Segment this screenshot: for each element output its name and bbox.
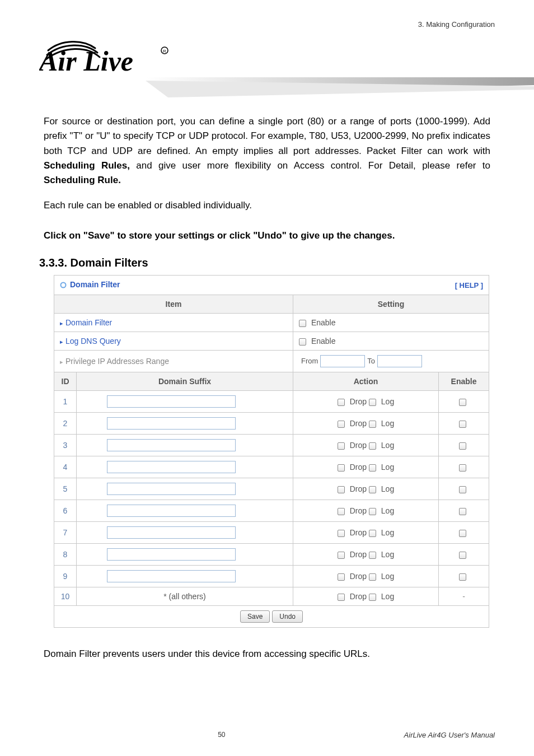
suffix-input[interactable] xyxy=(107,417,236,430)
drop-checkbox[interactable] xyxy=(338,530,345,537)
row-id: 2 xyxy=(54,412,77,434)
log-checkbox[interactable] xyxy=(369,508,376,515)
suffix-input[interactable] xyxy=(107,526,236,539)
paragraph-bottom: Domain Filter prevents users under this … xyxy=(39,647,495,661)
table-title: Domain Filter xyxy=(60,280,120,289)
log-label: Log xyxy=(379,441,394,450)
undo-button[interactable]: Undo xyxy=(272,610,303,623)
log-label: Log xyxy=(379,572,394,581)
row-id: 9 xyxy=(54,565,77,587)
log-checkbox[interactable] xyxy=(369,399,376,406)
log-label: Log xyxy=(379,550,394,559)
suffix-input[interactable] xyxy=(107,548,236,561)
drop-label: Drop xyxy=(348,441,369,450)
row-enable-checkbox[interactable] xyxy=(459,508,466,515)
drop-label: Drop xyxy=(348,397,369,406)
drop-label: Drop xyxy=(348,572,369,581)
manual-title: AirLive Air4G User's Manual xyxy=(404,731,495,739)
row-id: 10 xyxy=(54,587,77,605)
svg-text:Air Live: Air Live xyxy=(39,45,133,73)
log-label: Log xyxy=(379,592,394,601)
col-head-item: Item xyxy=(54,295,293,313)
suffix-input[interactable] xyxy=(107,395,236,408)
drop-checkbox[interactable] xyxy=(338,573,345,581)
drop-label: Drop xyxy=(348,592,369,601)
setting-label: ▸Privilege IP Addresses Range xyxy=(54,350,293,372)
row-enable-checkbox[interactable] xyxy=(459,552,466,559)
log-checkbox[interactable] xyxy=(369,573,376,581)
row-id: 4 xyxy=(54,456,77,478)
log-label: Log xyxy=(379,528,394,537)
row-enable-checkbox[interactable] xyxy=(459,486,466,493)
drop-label: Drop xyxy=(348,419,369,428)
enable-checkbox[interactable] xyxy=(299,338,306,346)
suffix-input[interactable] xyxy=(107,461,236,473)
drop-checkbox[interactable] xyxy=(338,594,345,601)
col-head-id: ID xyxy=(54,372,77,390)
suffix-input[interactable] xyxy=(107,483,236,495)
drop-label: Drop xyxy=(348,484,369,493)
log-label: Log xyxy=(379,419,394,428)
brand-logo: Air Live R xyxy=(39,25,495,75)
log-label: Log xyxy=(379,484,394,493)
header-breadcrumb: 3. Making Configuration xyxy=(418,20,495,29)
drop-checkbox[interactable] xyxy=(338,552,345,559)
log-checkbox[interactable] xyxy=(369,464,376,472)
enable-static: - xyxy=(439,587,489,605)
save-button[interactable]: Save xyxy=(240,610,270,623)
suffix-input[interactable] xyxy=(107,505,236,517)
svg-marker-3 xyxy=(146,77,534,94)
svg-text:R: R xyxy=(163,49,166,54)
svg-marker-4 xyxy=(146,81,534,97)
to-input[interactable] xyxy=(377,355,422,367)
help-link[interactable]: [ HELP ] xyxy=(455,281,483,290)
row-enable-checkbox[interactable] xyxy=(459,442,466,450)
log-checkbox[interactable] xyxy=(369,530,376,537)
row-id: 6 xyxy=(54,500,77,521)
drop-checkbox[interactable] xyxy=(338,421,345,428)
enable-label: Enable xyxy=(309,318,335,327)
log-checkbox[interactable] xyxy=(369,594,376,601)
row-enable-checkbox[interactable] xyxy=(459,399,466,406)
col-head-enable: Enable xyxy=(439,372,489,390)
row-id: 1 xyxy=(54,390,77,412)
from-input[interactable] xyxy=(320,355,365,367)
col-head-action: Action xyxy=(293,372,439,390)
drop-label: Drop xyxy=(348,506,369,515)
row-enable-checkbox[interactable] xyxy=(459,421,466,428)
drop-checkbox[interactable] xyxy=(338,399,345,406)
log-checkbox[interactable] xyxy=(369,486,376,493)
drop-checkbox[interactable] xyxy=(338,486,345,493)
page-number: 50 xyxy=(39,731,404,739)
row-id: 8 xyxy=(54,543,77,565)
row-enable-checkbox[interactable] xyxy=(459,464,466,472)
row-enable-checkbox[interactable] xyxy=(459,530,466,537)
log-label: Log xyxy=(379,397,394,406)
log-label: Log xyxy=(379,463,394,472)
row-enable-checkbox[interactable] xyxy=(459,573,466,581)
suffix-input[interactable] xyxy=(107,439,236,451)
drop-label: Drop xyxy=(348,528,369,537)
paragraph-2: Each rule can be enabled or disabled ind… xyxy=(39,198,495,213)
setting-label: ▸Log DNS Query xyxy=(54,332,293,350)
col-head-setting: Setting xyxy=(293,295,489,313)
enable-label: Enable xyxy=(309,337,335,346)
log-checkbox[interactable] xyxy=(369,442,376,450)
section-heading: 3.3.3. Domain Filters xyxy=(39,256,495,269)
row-id: 7 xyxy=(54,521,77,543)
suffix-input[interactable] xyxy=(107,570,236,582)
log-checkbox[interactable] xyxy=(369,421,376,428)
svg-point-5 xyxy=(61,282,66,287)
domain-filter-table: Domain Filter [ HELP ] Item Setting ▸Dom… xyxy=(54,275,489,627)
drop-checkbox[interactable] xyxy=(338,442,345,450)
log-label: Log xyxy=(379,506,394,515)
log-checkbox[interactable] xyxy=(369,552,376,559)
enable-checkbox[interactable] xyxy=(299,320,306,327)
drop-checkbox[interactable] xyxy=(338,464,345,472)
drop-label: Drop xyxy=(348,550,369,559)
setting-label: ▸Domain Filter xyxy=(54,313,293,332)
paragraph-save-hint: Click on "Save" to store your settings o… xyxy=(39,228,495,243)
drop-label: Drop xyxy=(348,463,369,472)
suffix-static: * (all others) xyxy=(77,587,293,605)
drop-checkbox[interactable] xyxy=(338,508,345,515)
